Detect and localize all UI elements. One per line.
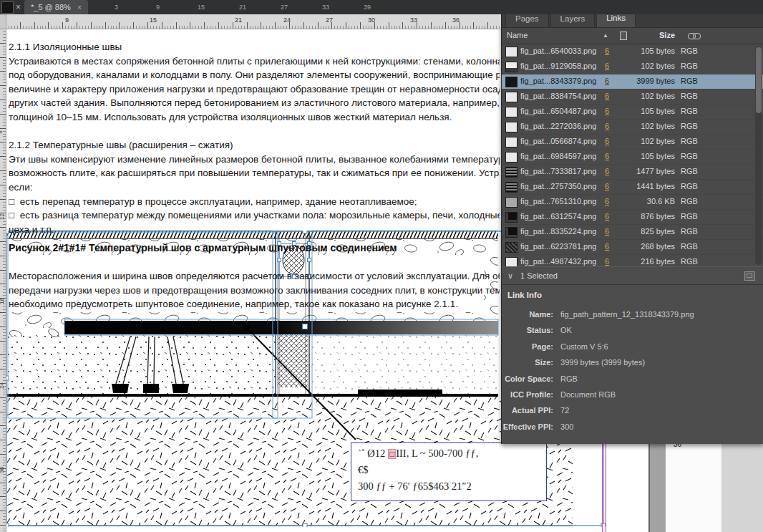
- annotation-line-2: €$: [358, 462, 540, 478]
- link-row[interactable]: fig_pat...6504487.png 6 105 bytes RGB: [502, 105, 763, 120]
- link-size: 105 bytes: [621, 107, 675, 115]
- link-colorspace: RGB: [681, 62, 698, 70]
- tab-close-icon[interactable]: ×: [77, 3, 82, 11]
- ruler-number: 21: [235, 16, 242, 24]
- column-size[interactable]: Size: [635, 31, 675, 39]
- column-name[interactable]: Name: [507, 31, 528, 39]
- link-thumbnail: [505, 257, 517, 266]
- link-page-number[interactable]: 6: [605, 242, 609, 251]
- link-page-number[interactable]: 6: [605, 92, 609, 100]
- figure-annotation-box[interactable]: `˚ Ø12 □III, L ~ 500-700 ƒƒ, €$ 300 ƒƒ +…: [351, 442, 547, 501]
- ruler-number: 12: [0, 213, 5, 220]
- link-row[interactable]: fig_pat...6312574.png 6 876 bytes RGB: [502, 210, 763, 225]
- body-text-frame-2[interactable]: Месторасположения и ширина швов определя…: [9, 269, 500, 311]
- go-to-link-icon[interactable]: [744, 271, 755, 281]
- link-colorspace: RGB: [681, 182, 698, 190]
- vertical-ruler[interactable]: 612182430: [0, 29, 6, 532]
- ruler-number: 39: [364, 4, 371, 11]
- ruler-number: 24: [283, 16, 291, 24]
- link-page-number[interactable]: 6: [605, 77, 609, 85]
- page-column-icon[interactable]: [620, 32, 627, 40]
- annotation-line-3: 300 ƒƒ + 76′ ƒ65$463 21″2: [358, 478, 540, 495]
- link-colorspace: RGB: [681, 167, 698, 175]
- link-colorspace: RGB: [681, 152, 698, 160]
- link-row[interactable]: fig_pat...6223781.png 6 268 bytes RGB: [502, 240, 763, 255]
- link-thumbnail: [505, 242, 517, 253]
- ruler-number: 30: [368, 16, 375, 24]
- link-row[interactable]: fig_pat...8343379.png 6 3999 bytes RGB: [502, 74, 763, 90]
- text-line: цеха и т.п.: [9, 223, 500, 237]
- link-info-label: Color Space:: [502, 371, 553, 387]
- link-thumbnail: [505, 197, 517, 208]
- link-page-number[interactable]: 6: [605, 122, 609, 130]
- status-column-icon[interactable]: ▲: [603, 32, 608, 39]
- link-thumbnail: [505, 77, 517, 87]
- link-name: fig_pat...6540033.png: [520, 47, 602, 55]
- ruler-number: 30: [0, 467, 5, 473]
- document-tab-title: *_5 @ 88%: [31, 3, 71, 11]
- link-name: fig_pat...0566874.png: [520, 137, 602, 145]
- body-text-frame[interactable]: 2.1.1 Изоляционные швыУстраиваются в мес…: [9, 40, 500, 236]
- text-line: Устраиваются в местах сопряжения бетонно…: [9, 54, 500, 69]
- link-size: 30.6 KB: [621, 197, 675, 205]
- link-name: fig_pat...6223781.png: [520, 242, 602, 251]
- scrollbar-thumb[interactable]: [756, 47, 762, 113]
- link-info-row: Color Space: RGB: [502, 371, 763, 387]
- link-chain-icon: [688, 33, 701, 39]
- link-row[interactable]: fig_pat...4987432.png 6 216 bytes RGB: [502, 255, 763, 266]
- ruler-number: 15: [198, 4, 205, 11]
- link-page-number[interactable]: 6: [605, 62, 609, 70]
- link-row[interactable]: fig_pat...9129058.png 6 102 bytes RGB: [502, 59, 763, 74]
- link-page-number[interactable]: 6: [605, 212, 609, 221]
- figure-caption-frame[interactable]: Рисунок 2#1#1# Температурный шов с армат…: [9, 242, 500, 253]
- link-page-number[interactable]: 6: [605, 197, 609, 205]
- link-size: 1441 bytes: [621, 182, 675, 190]
- text-line: Месторасположения и ширина швов определя…: [9, 269, 500, 284]
- title-bar: × *_5 @ 88%× 391521273339: [0, 0, 763, 14]
- link-name: fig_pat...6312574.png: [520, 212, 602, 221]
- link-row[interactable]: fig_pat...7651310.png 6 30.6 KB RGB: [502, 195, 763, 210]
- link-row[interactable]: fig_pat...0566874.png 6 102 bytes RGB: [502, 135, 763, 150]
- link-row[interactable]: fig_pat...8335224.png 6 825 bytes RGB: [502, 225, 763, 240]
- link-info-label: Effective PPI:: [502, 419, 553, 435]
- ruler-number: 15: [150, 16, 157, 24]
- link-row[interactable]: fig_pat...6984597.png 6 105 bytes RGB: [502, 150, 763, 165]
- link-row[interactable]: fig_pat...7333817.png 6 1477 bytes RGB: [502, 165, 763, 180]
- link-info-title[interactable]: Link Info: [502, 285, 763, 305]
- link-colorspace: RGB: [681, 257, 698, 266]
- link-info-row: Name: fig_path_pattern_12_1318343379.png: [502, 306, 763, 322]
- collapse-chevron-icon[interactable]: ∨: [507, 267, 513, 284]
- link-page-number[interactable]: 6: [605, 47, 609, 55]
- link-name: fig_pat...8343379.png: [520, 77, 602, 85]
- links-scrollbar[interactable]: [755, 46, 762, 265]
- link-row[interactable]: fig_pat...8384754.png 6 102 bytes RGB: [502, 90, 763, 105]
- link-page-number[interactable]: 6: [605, 257, 609, 266]
- link-name: fig_pat...7333817.png: [520, 167, 602, 175]
- text-line: 2.1.2 Температурные швы (расширения – сж…: [9, 138, 500, 153]
- ruler-number: 27: [326, 16, 333, 24]
- link-size: 3999 bytes: [621, 77, 675, 85]
- text-line: необходимо предусмотреть шпунтовое соеди…: [9, 297, 500, 311]
- link-page-number[interactable]: 6: [605, 182, 609, 190]
- ruler-number: 36: [452, 16, 460, 24]
- link-page-number[interactable]: 6: [605, 167, 609, 175]
- link-page-number[interactable]: 6: [605, 107, 609, 115]
- link-name: fig_pat...6984597.png: [520, 152, 602, 160]
- link-colorspace: RGB: [681, 47, 698, 55]
- link-page-number[interactable]: 6: [605, 227, 609, 236]
- link-row[interactable]: fig_pat...6540033.png 6 105 bytes RGB: [502, 44, 763, 59]
- link-page-number[interactable]: 6: [605, 137, 609, 145]
- link-page-number[interactable]: 6: [605, 152, 609, 160]
- ruler-number: 24: [0, 382, 5, 389]
- link-info-row: Actual PPI: 72: [502, 402, 763, 418]
- link-info-value: Custom V 5:6: [560, 342, 608, 351]
- document-tab[interactable]: *_5 @ 88%×: [24, 0, 88, 14]
- link-row[interactable]: fig_pat...2272036.png 6 102 bytes RGB: [502, 120, 763, 135]
- link-colorspace: RGB: [681, 137, 698, 145]
- horizontal-ruler[interactable]: 915212427303336: [6, 14, 501, 29]
- close-window-icon[interactable]: ×: [16, 2, 21, 12]
- missing-glyph-highlight: □: [388, 449, 396, 459]
- text-line: передачи нагрузки через шов и предотвращ…: [9, 284, 500, 298]
- link-row[interactable]: fig_pat...2757350.png 6 1441 bytes RGB: [502, 180, 763, 195]
- link-info-value: 300: [560, 422, 573, 431]
